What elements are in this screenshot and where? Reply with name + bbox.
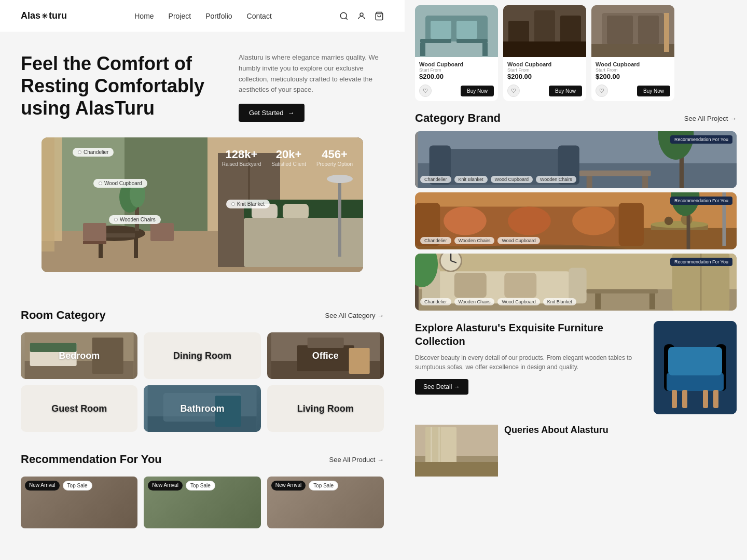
room-category-title: Room Category: [21, 309, 106, 322]
office-label: Office: [312, 351, 339, 361]
see-all-product-button[interactable]: See All Product →: [329, 456, 384, 464]
cart-icon[interactable]: [375, 11, 384, 21]
cat-tag-chandelier-3: Chandelier: [420, 298, 451, 305]
search-icon[interactable]: [339, 11, 349, 21]
svg-rect-114: [713, 390, 718, 408]
logo-text-second: turu: [49, 10, 67, 21]
svg-rect-14: [83, 241, 106, 244]
product-card-1[interactable]: New Arrival Top Sale: [21, 477, 137, 528]
user-icon[interactable]: [357, 11, 366, 21]
svg-rect-112: [668, 347, 722, 375]
room-card-dining[interactable]: Dining Room: [144, 332, 260, 379]
navbar: Alas ✳ turu Home Project Portfolio Conta…: [0, 0, 405, 32]
new-arrival-badge-2: New Arrival: [148, 481, 183, 491]
room-card-bathroom[interactable]: Bathroom: [144, 385, 260, 432]
nav-portfolio[interactable]: Portfolio: [205, 12, 232, 20]
category-item-2[interactable]: Recommendation For You Chandelier Wooden…: [415, 192, 737, 249]
room-category-section: Room Category See All Category → Bedroom: [0, 288, 405, 442]
product-card-2[interactable]: New Arrival Top Sale: [144, 477, 260, 528]
svg-rect-13: [83, 223, 106, 241]
nav-project[interactable]: Project: [169, 12, 191, 20]
nav-home[interactable]: Home: [134, 12, 154, 20]
svg-rect-25: [244, 218, 363, 267]
product-image-2: [503, 5, 586, 57]
explore-text: Explore Alasturu's Exquisite Furniture C…: [415, 321, 647, 414]
hero-description: Alasturu is where elegance marries quali…: [239, 52, 384, 95]
svg-rect-96: [595, 293, 601, 309]
category-brand-section: Category Brand See All Project →: [415, 106, 737, 316]
heart-button-3[interactable]: ♡: [596, 85, 608, 97]
svg-rect-111: [667, 373, 724, 391]
category-brand-header: Category Brand See All Project →: [415, 111, 737, 125]
nav-links: Home Project Portfolio Contact: [134, 11, 272, 21]
hero-bg: 128k+ Raised Backyard 20k+ Satisfied Cli…: [42, 137, 363, 272]
product-carousel: Wood Cupboard Start From $200.00 ♡ Buy N…: [415, 0, 737, 106]
svg-rect-37: [349, 348, 369, 374]
svg-rect-24: [283, 204, 309, 219]
category-item-3[interactable]: Recommendation For You Chandelier Wooden…: [415, 254, 737, 311]
explore-description: Discover beauty in every detail of our p…: [415, 353, 647, 372]
left-panel: Alas ✳ turu Home Project Portfolio Conta…: [0, 0, 405, 560]
svg-rect-12: [134, 237, 138, 258]
explore-image: [654, 321, 737, 414]
buy-now-button-3[interactable]: Buy Now: [637, 86, 670, 96]
nav-contact[interactable]: Contact: [247, 12, 272, 20]
cat-tag-wood-2: Wood Cupboard: [497, 237, 540, 244]
product-start-from-1: Start From: [419, 67, 494, 73]
svg-rect-60: [664, 13, 669, 52]
right-panel: Wood Cupboard Start From $200.00 ♡ Buy N…: [405, 0, 747, 560]
room-card-guestroom[interactable]: Guest Room: [21, 385, 137, 432]
knit-blanket-tag: Knit Blanket: [226, 200, 270, 208]
product-price-2: $200.00: [507, 73, 582, 80]
product-price-1: $200.00: [419, 73, 494, 80]
heart-button-2[interactable]: ♡: [507, 85, 520, 97]
product-card-wood-1[interactable]: Wood Cupboard Start From $200.00 ♡ Buy N…: [415, 5, 498, 101]
svg-rect-45: [457, 39, 488, 43]
buy-now-button-1[interactable]: Buy Now: [461, 86, 494, 96]
svg-rect-68: [642, 176, 648, 188]
get-started-button[interactable]: Get Started →: [239, 104, 305, 122]
svg-rect-97: [649, 293, 655, 309]
room-card-bedroom[interactable]: Bedroom: [21, 332, 137, 379]
svg-point-79: [508, 206, 551, 235]
product-name-3: Wood Cupboard: [596, 61, 670, 67]
chandelier-tag: Chandelier: [73, 148, 114, 157]
room-category-header: Room Category See All Category →: [21, 309, 384, 322]
hero-section: Feel the Comfort of Resting Comfortably …: [0, 32, 405, 288]
queries-title: Queries About Alasturu: [504, 425, 608, 436]
product-image-3: [591, 5, 674, 57]
product-name-2: Wood Cupboard: [507, 61, 582, 67]
product-card-wood-3[interactable]: Wood Cupboard Start From $200.00 ♡ Buy N…: [591, 5, 674, 101]
category-item-1[interactable]: Recommendation For You Chandelier Knit B…: [415, 131, 737, 188]
see-all-project-button[interactable]: See All Project →: [684, 115, 737, 122]
product-card-3[interactable]: New Arrival Top Sale: [267, 477, 384, 528]
cat-tag-chair-1: Wooden Chairs: [536, 176, 576, 183]
category-grid: Recommendation For You Chandelier Knit B…: [415, 131, 737, 311]
svg-rect-54: [503, 41, 586, 57]
recommendation-badge-2: Recommendation For You: [670, 197, 732, 205]
hero-image: 128k+ Raised Backyard 20k+ Satisfied Cli…: [42, 137, 363, 272]
wooden-chairs-tag: Wooden Chairs: [109, 215, 161, 224]
cat-tag-chandelier-2: Chandelier: [420, 237, 451, 244]
heart-button-1[interactable]: ♡: [419, 85, 432, 97]
product-name-1: Wood Cupboard: [419, 61, 494, 67]
room-card-livingroom[interactable]: Living Room: [267, 385, 384, 432]
stat-badges: 128k+ Raised Backyard 20k+ Satisfied Cli…: [222, 148, 353, 167]
wood-cupboard-tag: Wood Cupboard: [93, 179, 147, 188]
svg-point-78: [444, 206, 487, 235]
see-detail-button[interactable]: See Detail →: [415, 379, 468, 395]
svg-rect-49: [457, 21, 477, 39]
svg-rect-113: [672, 390, 677, 408]
svg-rect-66: [579, 171, 651, 176]
category-brand-title: Category Brand: [415, 111, 501, 125]
svg-rect-47: [482, 43, 488, 56]
cat-tag-chairs-3: Wooden Chairs: [454, 298, 495, 305]
buy-now-button-2[interactable]: Buy Now: [549, 86, 582, 96]
category-tags-1: Chandelier Knit Blanket Wood Cupboard Wo…: [420, 176, 576, 183]
category-tags-2: Chandelier Wooden Chairs Wood Cupboard: [420, 237, 540, 244]
room-card-office[interactable]: Office: [267, 332, 384, 379]
see-all-category-button[interactable]: See All Category →: [325, 312, 384, 319]
guest-room-label: Guest Room: [51, 403, 107, 414]
product-card-wood-2[interactable]: Wood Cupboard Start From $200.00 ♡ Buy N…: [503, 5, 586, 101]
recommendation-header: Recommendation For You See All Product →: [21, 453, 384, 466]
